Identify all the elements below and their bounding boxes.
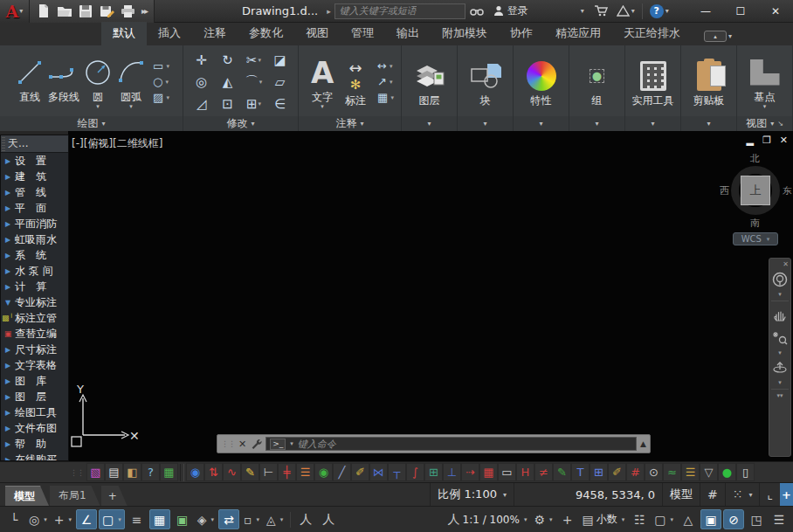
properties-panel-expander[interactable]: ▾	[514, 116, 569, 131]
chevron-down-icon[interactable]: ▾	[665, 7, 669, 15]
annotation-monitor-toggle[interactable]: 人	[295, 509, 316, 529]
terrain-tool[interactable]: ≈	[663, 463, 681, 481]
add-scale-button[interactable]: +	[780, 483, 793, 506]
basepoint-panel-expander[interactable]: 视图▾↘	[737, 116, 792, 131]
viewcube-top-face[interactable]: 上	[741, 176, 770, 205]
block-panel-expander[interactable]: ▾	[458, 116, 513, 131]
break-pipe-tool[interactable]: ╪	[278, 463, 296, 481]
polar-tracking-toggle[interactable]: ∠	[76, 509, 97, 529]
command-input[interactable]: >_ ▾ 键入命令	[265, 437, 637, 451]
search-icon[interactable]	[465, 1, 488, 22]
layout-grid-tool[interactable]: ⊞	[590, 463, 608, 481]
workspace-gear-button[interactable]: ⚙▾	[531, 509, 555, 529]
sidebar-item-7[interactable]: ▶系 统	[1, 247, 68, 263]
viewcube[interactable]: 北 西 东 南 上 WCS▾	[721, 154, 790, 245]
fillet-tool[interactable]: ⌒▾	[241, 71, 267, 93]
qat-saveas-button[interactable]	[96, 2, 117, 21]
hanger-tool[interactable]: ∫	[406, 463, 424, 481]
lock-ui-button[interactable]: ▢▾	[652, 509, 676, 529]
utilities-panel-expander[interactable]: ▾	[625, 116, 680, 131]
viewcube-west[interactable]: 西	[720, 184, 729, 197]
table-tool[interactable]: ▦▾	[377, 91, 394, 104]
offset-tool[interactable]: ∈	[267, 93, 293, 114]
box-tool[interactable]: ▱	[267, 71, 293, 93]
qat-save-button[interactable]	[75, 2, 96, 21]
chevron-down-icon[interactable]: ▾	[778, 291, 782, 298]
title-expand-icon[interactable]: ▸	[327, 7, 331, 16]
sidebar-item-9[interactable]: ▶计 算	[1, 279, 68, 294]
extend-node-tool[interactable]: ⇢	[461, 463, 479, 481]
annotation-scale-dropdown[interactable]: 比例 1:100▾	[430, 483, 514, 506]
utilities-button[interactable]: 实用工具	[632, 58, 674, 107]
fullscreen-button[interactable]: ◳	[746, 509, 767, 529]
linear-dim-tool[interactable]: ↔▾	[377, 59, 394, 73]
leader-tool[interactable]: ↗▾	[377, 75, 394, 88]
qat-new-button[interactable]	[33, 2, 54, 21]
dialog-launcher-icon[interactable]: ↘	[777, 120, 783, 128]
command-close-icon[interactable]: ✕	[238, 439, 246, 450]
isodraft-toggle[interactable]: ◈▾	[195, 509, 217, 529]
draw-pipe-tool[interactable]: ✎	[241, 463, 259, 481]
valve-tool[interactable]: ⋈	[369, 463, 388, 481]
groups-button[interactable]: ●组	[583, 58, 612, 107]
chevron-down-icon[interactable]: ▾	[728, 32, 732, 40]
viewport-controls-label[interactable]: [-][俯视][二维线框]	[72, 136, 162, 151]
ribbon-tab-4[interactable]: 参数化	[238, 22, 294, 45]
riser-label-tool[interactable]: ⊥	[443, 463, 461, 481]
draw-panel-title[interactable]: 绘图▾	[0, 116, 183, 131]
orbit-button[interactable]	[770, 356, 790, 379]
chevron-down-icon[interactable]: ▾	[778, 349, 782, 356]
close-button[interactable]: ✕	[758, 0, 793, 23]
sidebar-item-15[interactable]: ▶图 库	[1, 373, 68, 389]
zoom-button[interactable]	[770, 327, 790, 349]
text-tool[interactable]: T	[571, 463, 590, 481]
scale-edit-tool[interactable]: ✐	[608, 463, 626, 481]
signin-button[interactable]: 登录 ▾	[488, 3, 590, 18]
grid-toggle[interactable]: #	[700, 483, 725, 506]
rotate-tool[interactable]: ↻	[215, 49, 241, 71]
ribbon-tab-8[interactable]: 附加模块	[431, 22, 499, 45]
draw-button-1[interactable]: 直线	[15, 54, 45, 103]
move-tool[interactable]: ✛	[189, 49, 215, 71]
groups-panel-expander[interactable]: ▾	[569, 116, 624, 131]
tab-model[interactable]: 模型	[5, 486, 49, 506]
sidebar-item-2[interactable]: ▶建 筑	[1, 169, 68, 184]
chevron-down-icon[interactable]: ▾	[290, 440, 293, 447]
command-history-expand-icon[interactable]: ▲	[640, 439, 646, 448]
draw-button-4[interactable]: 圆弧▾	[116, 54, 146, 110]
ribbon-tab-10[interactable]: 精选应用	[544, 22, 612, 45]
navigation-wheel-button[interactable]	[770, 268, 790, 291]
sidebar-item-6[interactable]: ▶虹吸雨水	[1, 231, 68, 247]
ribbon-tab-7[interactable]: 输出	[385, 22, 431, 45]
trim-tool[interactable]: ✂▾	[241, 49, 267, 71]
help-search-input[interactable]: 键入关键字或短语	[334, 3, 465, 19]
maximize-button[interactable]: ☐	[723, 0, 758, 23]
pipe-system-tool[interactable]: ☰	[296, 463, 314, 481]
performance-monitor-toggle[interactable]: 人	[318, 509, 339, 529]
annotation-visibility-toggle[interactable]: ▫▾	[241, 509, 262, 529]
scale-tool[interactable]: ⊡	[215, 93, 241, 114]
quick-properties-button[interactable]: ☷	[629, 509, 650, 529]
app-store-icon[interactable]	[590, 1, 612, 22]
sidebar-item-4[interactable]: ▶平 面	[1, 200, 68, 216]
viewcube-north[interactable]: 北	[750, 152, 760, 165]
text-button[interactable]: A 文字 ▾	[307, 54, 337, 110]
minimize-button[interactable]: —	[688, 0, 723, 23]
wcs-dropdown[interactable]: WCS▾	[733, 232, 778, 245]
grid-snap-toggle[interactable]: ▦	[149, 509, 170, 529]
drag-handle[interactable]	[2, 137, 5, 151]
add-crosshair-button[interactable]: +	[557, 509, 578, 529]
sphere-tool[interactable]: ●	[718, 463, 736, 481]
annotation-panel-title[interactable]: 注释▾	[299, 116, 401, 131]
chevron-down-icon[interactable]: ▾	[778, 379, 782, 386]
node-tool[interactable]: ◉	[314, 463, 333, 481]
pipe-update-tool[interactable]: ⇅	[204, 463, 223, 481]
drawing-restore-button[interactable]: ❐	[762, 135, 771, 146]
drag-handle[interactable]: ⋮⋮	[70, 468, 84, 477]
clipboard-panel-expander[interactable]: ▾	[681, 116, 736, 131]
edit-mark-tool[interactable]: ✎	[553, 463, 571, 481]
ribbon-tab-6[interactable]: 管理	[340, 22, 385, 45]
sidebar-item-10[interactable]: ▼专业标注	[1, 294, 68, 310]
ribbon-tab-11[interactable]: 天正给排水	[612, 22, 692, 45]
new-layout-button[interactable]: +	[101, 486, 128, 506]
